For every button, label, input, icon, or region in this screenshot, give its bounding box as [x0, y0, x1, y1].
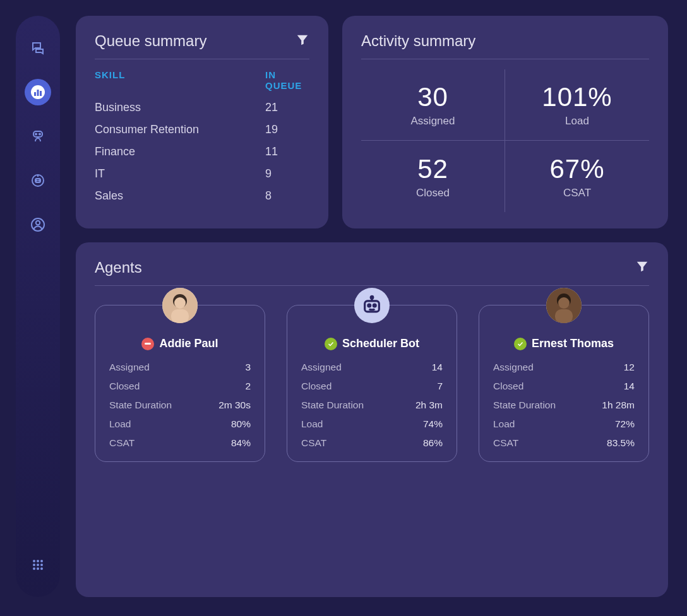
metric-value: 52 — [417, 154, 448, 184]
agent-name: Scheduler Bot — [342, 337, 419, 350]
stat-label: Load — [109, 418, 131, 430]
avatar — [546, 288, 582, 323]
stat-label: Closed — [493, 381, 523, 392]
stat-value: 74% — [423, 418, 443, 430]
agent-card[interactable]: Addie Paul Assigned3 Closed2 State Durat… — [95, 305, 265, 462]
nav-apps[interactable] — [25, 552, 51, 578]
stat-row: Assigned3 — [109, 362, 251, 373]
svg-point-13 — [36, 221, 40, 225]
queue-count: 19 — [265, 123, 278, 136]
queue-count: 8 — [265, 189, 272, 203]
stat-value: 2h 3m — [415, 400, 443, 411]
stat-label: Load — [493, 418, 515, 430]
activity-summary-card: Activity summary 30 Assigned 101% Load 5… — [342, 16, 668, 228]
queue-count: 11 — [265, 145, 278, 158]
metric-csat: 67% CSAT — [505, 141, 649, 212]
stat-label: Assigned — [493, 362, 534, 373]
metric-label: Closed — [416, 187, 450, 199]
queue-filter-button[interactable] — [296, 33, 309, 49]
activity-title: Activity summary — [361, 32, 475, 50]
apps-icon — [30, 557, 45, 572]
svg-point-22 — [40, 567, 43, 570]
nav-bot-settings[interactable] — [25, 167, 51, 194]
queue-table-header: SKILL IN QUEUE — [95, 69, 309, 91]
metric-closed: 52 Closed — [361, 141, 505, 212]
stat-row: State Duration1h 28m — [493, 400, 635, 411]
stat-label: CSAT — [109, 437, 134, 449]
avatar — [162, 288, 198, 323]
svg-rect-3 — [40, 91, 42, 96]
stat-label: Load — [301, 418, 323, 430]
metric-value: 67% — [549, 154, 604, 184]
queue-count: 9 — [265, 167, 272, 181]
stat-value: 14 — [432, 362, 443, 373]
stat-value: 3 — [245, 362, 251, 373]
avatar-placeholder-icon — [546, 288, 582, 323]
stat-row: CSAT83.5% — [493, 437, 635, 449]
metric-label: Load — [565, 115, 589, 127]
stat-row: Closed14 — [493, 381, 635, 392]
svg-rect-1 — [34, 92, 36, 96]
nav-agent-bot[interactable] — [25, 123, 51, 150]
stat-label: CSAT — [301, 437, 326, 449]
agents-title: Agents — [95, 259, 142, 276]
svg-point-17 — [33, 564, 35, 566]
col-skill-header: SKILL — [95, 69, 265, 91]
queue-row: Finance 11 — [95, 145, 309, 158]
stat-row: Load74% — [301, 418, 443, 430]
agent-card[interactable]: Scheduler Bot Assigned14 Closed7 State D… — [287, 305, 457, 462]
svg-rect-2 — [37, 90, 39, 96]
queue-skill: Finance — [95, 145, 265, 158]
svg-point-18 — [37, 564, 39, 566]
avatar-placeholder-icon — [162, 288, 198, 323]
stat-label: Assigned — [301, 362, 342, 373]
svg-point-29 — [371, 296, 373, 299]
svg-point-31 — [373, 304, 376, 307]
stat-row: CSAT84% — [109, 437, 251, 449]
nav-analytics[interactable] — [25, 79, 51, 105]
stat-row: State Duration2h 3m — [301, 400, 443, 411]
col-inqueue-header: IN QUEUE — [265, 69, 309, 91]
stat-label: State Duration — [109, 400, 172, 411]
stat-value: 2m 30s — [218, 400, 251, 411]
bot-settings-icon — [30, 173, 45, 188]
svg-point-26 — [174, 297, 186, 309]
stat-row: Load72% — [493, 418, 635, 430]
queue-summary-card: Queue summary SKILL IN QUEUE Business 21… — [76, 16, 328, 228]
filter-icon — [635, 259, 649, 273]
agent-card[interactable]: Ernest Thomas Assigned12 Closed14 State … — [479, 305, 649, 462]
metric-assigned: 30 Assigned — [361, 69, 505, 141]
svg-point-10 — [39, 180, 40, 181]
stat-row: Load80% — [109, 418, 251, 430]
avatar — [354, 288, 390, 323]
nav-chat[interactable] — [25, 35, 51, 61]
stat-label: Closed — [301, 381, 332, 392]
agent-name: Addie Paul — [159, 337, 218, 350]
svg-point-19 — [40, 564, 43, 566]
filter-icon — [296, 33, 309, 47]
status-online-icon — [325, 338, 337, 350]
bot-icon — [361, 295, 383, 316]
sidebar — [16, 16, 60, 597]
agents-filter-button[interactable] — [635, 259, 649, 276]
queue-count: 21 — [265, 101, 278, 114]
queue-skill: Sales — [95, 189, 265, 203]
stat-label: Assigned — [109, 362, 150, 373]
svg-point-35 — [558, 297, 570, 309]
metric-label: CSAT — [563, 187, 591, 199]
stat-value: 12 — [624, 362, 635, 373]
agent-name: Ernest Thomas — [532, 337, 614, 350]
stat-row: CSAT86% — [301, 437, 443, 449]
stat-value: 14 — [624, 381, 635, 392]
nav-profile[interactable] — [25, 211, 51, 238]
bot-user-icon — [30, 129, 45, 144]
queue-skill: Business — [95, 101, 265, 114]
svg-point-16 — [40, 560, 43, 562]
stat-value: 83.5% — [607, 437, 635, 449]
agents-card: Agents Addie Paul Assigned3 Closed2 — [76, 242, 668, 597]
queue-row: IT 9 — [95, 167, 309, 181]
stat-value: 7 — [437, 381, 443, 392]
stat-label: State Duration — [301, 400, 364, 411]
analytics-icon — [30, 85, 45, 100]
status-away-icon — [141, 338, 154, 350]
